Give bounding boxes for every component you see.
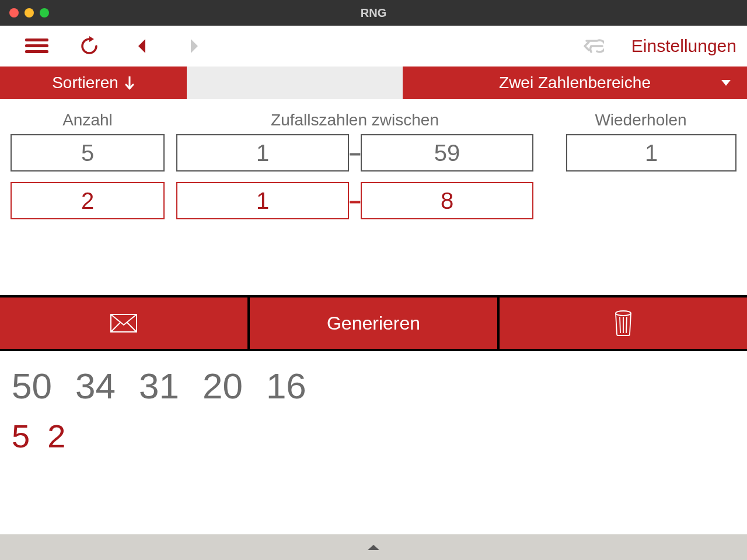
svg-line-8 <box>620 317 620 333</box>
result-value: 16 <box>266 365 306 407</box>
range1-row: 5 1 ‒ 59 1 <box>11 134 736 172</box>
repeat-label: Wiederholen <box>545 111 736 130</box>
svg-line-5 <box>111 323 120 332</box>
range2-separator: ‒ <box>349 190 361 212</box>
action-bar: Generieren <box>0 295 747 351</box>
range-mode-dropdown[interactable]: Zwei Zahlenbereiche <box>403 66 747 99</box>
results-primary: 50 34 31 20 16 <box>12 365 735 407</box>
window-titlebar: RNG <box>0 0 747 26</box>
result-value: 2 <box>47 417 65 455</box>
field-labels-row: Anzahl Zufallszahlen zwischen Wiederhole… <box>11 111 736 130</box>
mail-icon <box>110 313 138 333</box>
range1-max-input[interactable]: 59 <box>361 134 533 172</box>
range2-min-input[interactable]: 1 <box>176 182 349 219</box>
result-value: 20 <box>203 365 243 407</box>
svg-rect-1 <box>25 44 48 47</box>
sub-toolbar-middle <box>187 66 403 99</box>
reload-icon <box>79 36 100 57</box>
reload-button[interactable] <box>63 36 116 57</box>
history-forward-button[interactable] <box>168 38 221 54</box>
menu-icon <box>25 38 48 54</box>
result-value: 5 <box>12 417 30 455</box>
repeat-input[interactable]: 1 <box>566 134 736 172</box>
triangle-left-icon <box>136 38 148 54</box>
arrow-down-icon <box>124 75 135 90</box>
sub-toolbar: Sortieren Zwei Zahlenbereiche <box>0 66 747 99</box>
settings-link[interactable]: Einstellungen <box>631 36 736 56</box>
range2-row: 2 1 ‒ 8 <box>11 182 736 219</box>
results-area: 50 34 31 20 16 5 2 <box>0 351 747 455</box>
caret-down-icon <box>720 79 732 87</box>
range1-separator: ‒ <box>349 142 361 164</box>
range2-count-input[interactable]: 2 <box>11 182 165 219</box>
results-secondary: 5 2 <box>12 417 735 455</box>
footer-drawer-handle[interactable] <box>0 534 747 560</box>
svg-rect-2 <box>25 50 48 53</box>
trash-icon <box>613 310 633 337</box>
sort-button[interactable]: Sortieren <box>0 66 187 99</box>
minimize-window-button[interactable] <box>25 8 34 18</box>
triangle-right-icon <box>189 38 200 54</box>
toolbar: Einstellungen <box>0 26 747 66</box>
window-title: RNG <box>361 6 386 20</box>
maximize-window-button[interactable] <box>40 8 49 18</box>
svg-rect-0 <box>25 38 48 41</box>
range1-min-input[interactable]: 1 <box>176 134 349 172</box>
undo-button[interactable] <box>567 37 620 55</box>
share-mail-button[interactable] <box>0 298 250 349</box>
generate-button[interactable]: Generieren <box>250 298 500 349</box>
generate-label: Generieren <box>327 313 420 334</box>
range2-max-input[interactable]: 8 <box>361 182 533 219</box>
svg-line-10 <box>626 317 627 333</box>
count-label: Anzahl <box>11 111 165 130</box>
svg-line-6 <box>127 323 137 332</box>
clear-button[interactable] <box>500 298 747 349</box>
history-back-button[interactable] <box>116 38 168 54</box>
sort-label: Sortieren <box>52 74 118 92</box>
window-controls <box>9 8 49 18</box>
range-mode-label: Zwei Zahlenbereiche <box>499 74 651 92</box>
undo-icon <box>583 37 604 55</box>
result-value: 31 <box>139 365 179 407</box>
menu-button[interactable] <box>11 38 63 54</box>
range1-count-input[interactable]: 5 <box>11 134 165 172</box>
result-value: 50 <box>12 365 52 407</box>
range-label: Zufallszahlen zwischen <box>165 111 545 130</box>
svg-point-7 <box>616 311 631 316</box>
chevron-up-icon <box>366 543 381 551</box>
result-value: 34 <box>75 365 116 407</box>
close-window-button[interactable] <box>9 8 19 18</box>
